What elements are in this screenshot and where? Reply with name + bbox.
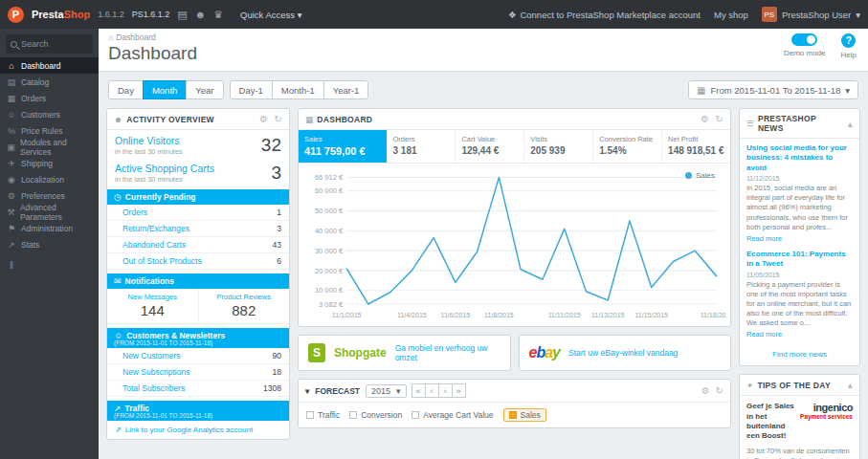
first-page-button[interactable]: «: [412, 383, 426, 398]
collapse-chevron-icon[interactable]: ▴: [848, 380, 853, 390]
cart-icon[interactable]: ▤: [177, 9, 187, 21]
collapse-chevron-icon[interactable]: ▴: [848, 119, 853, 129]
refresh-icon[interactable]: ↻: [715, 114, 723, 124]
total-subscribers-link[interactable]: Total Subscribers: [122, 383, 185, 393]
range-day-button[interactable]: Day: [108, 80, 144, 99]
sidebar-item-label: Shipping: [21, 159, 53, 168]
active-carts-link[interactable]: Active Shopping Carts: [115, 163, 214, 174]
find-more-news-link[interactable]: Find more news: [740, 347, 859, 365]
marketplace-link[interactable]: ❖Connect to PrestaShop Marketplace accou…: [508, 10, 701, 20]
product-reviews-cell[interactable]: Product Reviews 882: [198, 289, 290, 323]
svg-text:60 000 €: 60 000 €: [315, 186, 344, 195]
range-month-button[interactable]: Month: [143, 80, 187, 99]
abandoned-carts-link[interactable]: Abandoned Carts: [122, 240, 186, 250]
toggle-knob: [807, 35, 815, 44]
shopgate-link[interactable]: Ga mobiel en verhoog uw omzet: [395, 343, 501, 362]
person-icon[interactable]: ☻: [195, 9, 207, 20]
forecast-year-value: 2015: [371, 386, 390, 396]
range-day-1-button[interactable]: Day-1: [230, 80, 273, 99]
user-menu[interactable]: PS PrestaShop User ▾: [762, 7, 860, 22]
sidebar-item-dashboard[interactable]: ⌂Dashboard: [0, 57, 99, 74]
sidebar-item-modules[interactable]: ▣Modules and Services: [0, 139, 99, 155]
active-carts-metric: Active Shopping Carts in the last 30 min…: [107, 158, 289, 186]
sidebar-item-orders[interactable]: ▦Orders: [0, 90, 99, 106]
previous-page-button[interactable]: ‹: [425, 383, 439, 398]
kpi-sales[interactable]: Sales 411 759,00 €: [299, 130, 388, 163]
range-year-button[interactable]: Year: [186, 80, 223, 99]
article-title-link[interactable]: Ecommerce 101: Payments in a Tweet: [746, 250, 853, 270]
refresh-icon[interactable]: ↻: [274, 114, 282, 124]
help-icon[interactable]: ?: [841, 33, 856, 48]
collapse-chevron-icon[interactable]: ▾: [305, 386, 309, 396]
list-icon: ☰: [746, 119, 754, 128]
modules-icon: ▣: [7, 142, 15, 152]
date-range-button[interactable]: ▦ From 2015-11-01 To 2015-11-18 ▾: [688, 80, 858, 99]
sidebar-item-advanced-parameters[interactable]: ⚒Advanced Parameters: [0, 204, 99, 220]
out-of-stock-link[interactable]: Out of Stock Products: [122, 256, 202, 266]
avatar: PS: [762, 7, 777, 22]
pending-returns-link[interactable]: Return/Exchanges: [122, 224, 189, 233]
new-subscriptions-link[interactable]: New Subscriptions: [122, 367, 189, 377]
legend-label: Traffic: [318, 410, 340, 420]
activity-panel-header: ☻ ACTIVITY OVERVIEW ⚙↻: [107, 109, 289, 130]
forecast-legend-conversion[interactable]: Conversion: [349, 410, 402, 420]
google-analytics-link[interactable]: ⇗ Link to your Google Analytics account: [107, 421, 289, 439]
article-title-link[interactable]: Using social media for your business: 4 …: [746, 143, 853, 173]
traffic-range: (FROM 2015-11-01 TO 2015-11-18): [107, 412, 289, 421]
marketplace-label: Connect to PrestaShop Marketplace accoun…: [520, 10, 701, 20]
read-more-link[interactable]: Read more: [746, 330, 853, 339]
forecast-legend-traffic[interactable]: Traffic: [306, 410, 340, 420]
ebay-link[interactable]: Start uw eBay-winkel vandaag: [568, 348, 678, 358]
range-year-1-button[interactable]: Year-1: [323, 80, 369, 99]
forecast-legend-sales[interactable]: Sales: [503, 408, 546, 422]
gear-icon[interactable]: ⚙: [701, 385, 710, 396]
kpi-orders[interactable]: Orders 3 181: [388, 130, 456, 163]
kpi-net-profit[interactable]: Net Profit 148 918,51 €: [662, 130, 730, 163]
chart-legend: Sales: [685, 171, 715, 180]
total-subscribers-row: Total Subscribers1308: [107, 381, 289, 397]
sidebar-item-price-rules[interactable]: %Price Rules: [0, 122, 99, 139]
sidebar-collapse-button[interactable]: ‖: [0, 252, 99, 278]
range-month-1-button[interactable]: Month-1: [272, 80, 324, 99]
page-title: Dashboard: [108, 43, 858, 64]
gear-icon[interactable]: ⚙: [259, 114, 268, 124]
refresh-icon[interactable]: ↻: [716, 385, 723, 396]
gear-icon[interactable]: ⚙: [701, 114, 709, 124]
kpi-value: 148 918,51 €: [668, 145, 724, 156]
tips-heading: Geef je Sales in het buitenland een Boos…: [746, 402, 794, 442]
legend-label: Conversion: [361, 410, 402, 420]
kpi-cart-value[interactable]: Cart Value 129,44 €: [456, 130, 524, 163]
new-messages-cell[interactable]: New Messages 144: [107, 289, 198, 323]
new-customers-link[interactable]: New Customers: [122, 351, 180, 361]
sidebar-item-preferences[interactable]: ⚙Preferences: [0, 187, 99, 204]
my-shop-link[interactable]: My shop: [714, 10, 748, 20]
shop-name-link[interactable]: PS1.6.1.2: [132, 10, 170, 19]
content-area: Day Month Year Day-1 Month-1 Year-1 ▦ Fr…: [99, 72, 868, 459]
last-page-button[interactable]: »: [452, 383, 466, 398]
next-page-button[interactable]: ›: [438, 383, 453, 398]
read-more-link[interactable]: Read more: [746, 234, 853, 243]
forecast-year-select[interactable]: 2015▾: [366, 384, 407, 398]
tips-panel-title: TIPS OF THE DAY: [757, 381, 830, 390]
kpi-conversion-rate[interactable]: Conversion Rate 1.54%: [593, 130, 662, 163]
sidebar-item-catalog[interactable]: ▤Catalog: [0, 74, 99, 90]
sidebar-item-administration[interactable]: ⚑Administration: [0, 220, 99, 236]
demo-mode-toggle[interactable]: [791, 33, 817, 46]
sidebar-item-stats[interactable]: ↗Stats: [0, 236, 99, 252]
forecast-legend-average-cart-value[interactable]: Average Cart Value: [412, 410, 493, 420]
search-input[interactable]: [21, 39, 88, 49]
sidebar-item-customers[interactable]: ☺Customers: [0, 106, 99, 122]
sidebar-item-shipping[interactable]: ✈Shipping: [0, 155, 99, 171]
sidebar-item-localization[interactable]: ◉Localization: [0, 171, 99, 187]
quick-access-menu[interactable]: Quick Access ▾: [240, 10, 301, 20]
active-carts-value: 3: [271, 163, 281, 184]
sidebar-item-label: Orders: [21, 94, 46, 103]
plug-icon: ❖: [508, 10, 517, 20]
shopgate-promo: S Shopgate Ga mobiel en verhoog uw omzet: [298, 335, 511, 371]
trophy-icon[interactable]: ♛: [213, 9, 223, 21]
kpi-visits[interactable]: Visits 205 939: [524, 130, 593, 163]
pending-orders-link[interactable]: Orders: [122, 208, 147, 217]
activity-icon: ☻: [114, 115, 122, 124]
online-visitors-link[interactable]: Online Visitors: [115, 135, 183, 146]
svg-text:11/11/2015: 11/11/2015: [548, 311, 581, 319]
